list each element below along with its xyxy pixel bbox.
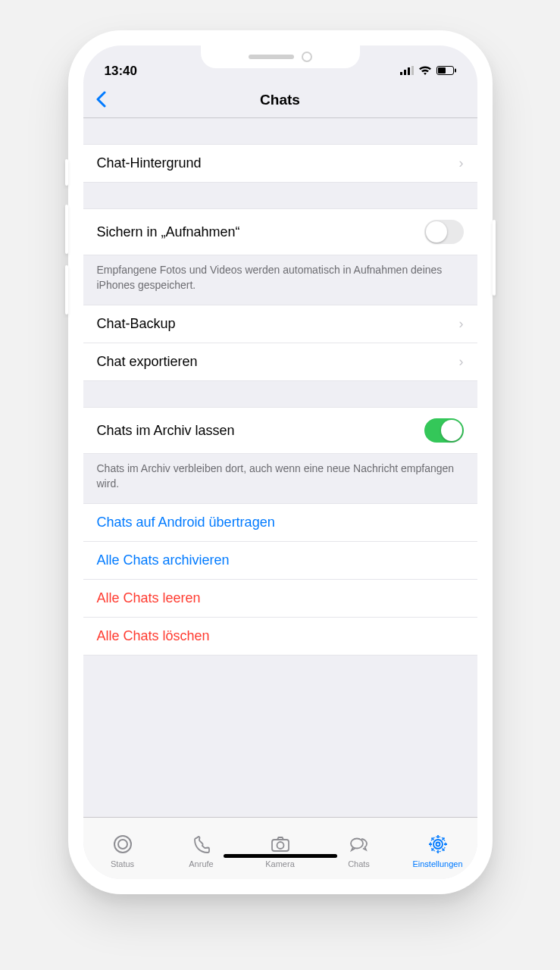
- tab-status[interactable]: Status: [83, 818, 162, 879]
- tab-label: Chats: [348, 859, 370, 868]
- row-label: Chat-Backup: [97, 316, 176, 332]
- svg-point-10: [277, 842, 283, 849]
- status-time: 13:40: [105, 64, 137, 79]
- camera-icon: [270, 834, 291, 856]
- row-keep-archived[interactable]: Chats im Archiv lassen: [83, 407, 477, 454]
- tab-label: Einstellungen: [412, 859, 462, 868]
- tab-chats[interactable]: Chats: [320, 818, 399, 879]
- signal-icon: [400, 64, 414, 79]
- svg-rect-0: [400, 72, 402, 75]
- mute-switch: [65, 159, 68, 186]
- battery-icon: [436, 64, 456, 79]
- svg-point-13: [433, 840, 443, 849]
- phone-frame: 13:40 Chats Chat-Hintergr: [68, 30, 493, 894]
- status-icon: [112, 834, 133, 856]
- chevron-right-icon: ›: [459, 316, 464, 332]
- tab-label: Status: [111, 859, 134, 868]
- back-button[interactable]: [83, 87, 118, 113]
- row-label: Chats im Archiv lassen: [97, 423, 235, 439]
- page-title: Chats: [83, 92, 477, 108]
- tab-settings[interactable]: Einstellungen: [399, 818, 477, 879]
- tab-bar: Status Anrufe Kamera Chats: [83, 817, 477, 879]
- home-indicator[interactable]: [224, 854, 337, 858]
- toggle-keep-archived[interactable]: [424, 418, 464, 443]
- nav-bar: Chats: [83, 82, 477, 118]
- row-transfer-android[interactable]: Chats auf Android übertragen: [83, 503, 477, 542]
- row-chat-export[interactable]: Chat exportieren ›: [83, 343, 477, 381]
- footer-save-captures: Empfangene Fotos und Videos werden autom…: [83, 255, 477, 305]
- svg-point-7: [114, 836, 131, 853]
- tab-calls[interactable]: Anrufe: [162, 818, 241, 879]
- chevron-right-icon: ›: [459, 354, 464, 370]
- svg-rect-5: [438, 67, 446, 74]
- chats-icon: [349, 834, 370, 856]
- row-label: Chat exportieren: [97, 354, 198, 370]
- row-label: Alle Chats leeren: [97, 590, 201, 606]
- svg-rect-3: [411, 66, 414, 75]
- content: Chat-Hintergrund › Sichern in „Aufnahmen…: [83, 118, 477, 817]
- row-archive-all[interactable]: Alle Chats archivieren: [83, 542, 477, 580]
- svg-rect-2: [408, 67, 410, 75]
- row-label: Chats auf Android übertragen: [97, 515, 275, 530]
- row-save-captures[interactable]: Sichern in „Aufnahmen“: [83, 208, 477, 255]
- phone-icon: [191, 834, 212, 856]
- row-clear-all[interactable]: Alle Chats leeren: [83, 580, 477, 618]
- tab-camera[interactable]: Kamera: [241, 818, 320, 879]
- chevron-right-icon: ›: [459, 155, 464, 171]
- svg-point-11: [351, 838, 363, 848]
- power-button: [493, 220, 496, 296]
- tab-label: Kamera: [265, 859, 295, 868]
- row-chat-wallpaper[interactable]: Chat-Hintergrund ›: [83, 144, 477, 183]
- wifi-icon: [418, 64, 432, 79]
- svg-rect-1: [404, 70, 406, 75]
- svg-rect-6: [455, 69, 456, 73]
- volume-up: [65, 205, 68, 254]
- footer-keep-archived: Chats im Archiv verbleiben dort, auch we…: [83, 454, 477, 503]
- screen: 13:40 Chats Chat-Hintergr: [83, 45, 477, 879]
- svg-point-8: [118, 840, 127, 849]
- toggle-save-captures[interactable]: [424, 220, 464, 244]
- row-label: Alle Chats archivieren: [97, 552, 230, 568]
- volume-down: [65, 265, 68, 314]
- svg-point-14: [436, 842, 440, 846]
- row-delete-all[interactable]: Alle Chats löschen: [83, 618, 477, 656]
- row-chat-backup[interactable]: Chat-Backup ›: [83, 305, 477, 343]
- gear-icon: [427, 834, 449, 856]
- tab-label: Anrufe: [189, 859, 213, 868]
- notch: [201, 45, 360, 68]
- row-label: Sichern in „Aufnahmen“: [97, 224, 240, 240]
- row-label: Alle Chats löschen: [97, 628, 210, 644]
- row-label: Chat-Hintergrund: [97, 155, 202, 171]
- status-indicators: [400, 64, 456, 79]
